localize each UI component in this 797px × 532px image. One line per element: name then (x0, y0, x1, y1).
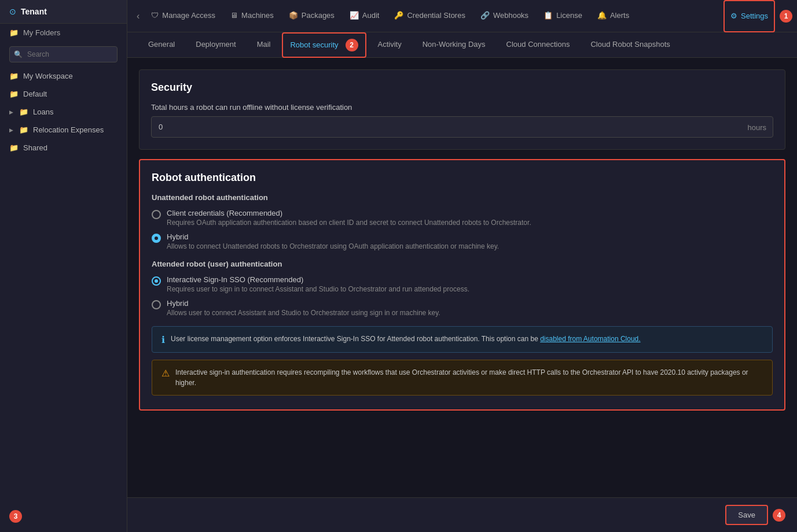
radio-desc: Allows to connect Unattended robots to O… (167, 242, 499, 250)
radio-desc: Requires user to sign in to connect Assi… (167, 285, 469, 293)
tab-label: General (148, 40, 175, 49)
search-input[interactable] (9, 46, 117, 62)
alerts-icon: 🔔 (597, 11, 607, 20)
radio-label: Hybrid (167, 299, 440, 308)
warning-icon: ⚠ (161, 368, 170, 379)
sidebar-item-label: Relocation Expenses (33, 125, 104, 134)
info-box: ℹ User license management option enforce… (152, 326, 773, 353)
sidebar-item-shared[interactable]: 📁 Shared (0, 139, 127, 157)
tab-label: Cloud Robot Snapshots (590, 40, 670, 49)
radio-content-interactive-sso: Interactive Sign-In SSO (Recommended) Re… (167, 275, 469, 293)
back-button[interactable]: ‹ (132, 6, 144, 26)
tenant-icon: ⊙ (9, 7, 16, 16)
unattended-label: Unattended robot authentication (152, 193, 773, 202)
folder-icon: 📁 (19, 125, 28, 134)
radio-hybrid-attended[interactable]: Hybrid Allows user to connect Assistant … (152, 299, 773, 317)
hours-field-label: Total hours a robot can run offline with… (151, 103, 773, 112)
radio-interactive-sso[interactable]: Interactive Sign-In SSO (Recommended) Re… (152, 275, 773, 293)
tab-label: Mail (257, 40, 271, 49)
sidebar-item-my-workspace[interactable]: 📁 My Workspace (0, 67, 127, 85)
sidebar-header: ⊙ Tenant (0, 0, 127, 24)
tab-label: Activity (378, 40, 402, 49)
radio-button-hybrid-unattended[interactable] (152, 234, 161, 243)
attended-label: Attended robot (user) authentication (152, 260, 773, 268)
sidebar-item-label: Shared (23, 143, 47, 152)
credential-stores-icon: 🔑 (394, 11, 403, 20)
tab-label: Cloud Connections (506, 40, 570, 49)
sidebar-item-relocation-expenses[interactable]: 📁 Relocation Expenses (0, 121, 127, 139)
save-label: Save (738, 511, 755, 519)
tab-label: Robot security (290, 40, 338, 49)
save-badge-wrap: Save 4 (725, 505, 785, 525)
radio-content-hybrid-attended: Hybrid Allows user to connect Assistant … (167, 299, 440, 317)
tab-label: Deployment (196, 40, 236, 49)
info-text: User license management option enforces … (171, 334, 641, 344)
radio-desc: Requires OAuth application authenticatio… (167, 219, 531, 227)
folder-icon: 📁 (9, 90, 19, 98)
tab-label: Manage Access (162, 11, 215, 20)
info-text-content: User license management option enforces … (171, 335, 540, 343)
radio-button-hybrid-attended[interactable] (152, 300, 161, 309)
radio-content-hybrid-unattended: Hybrid Allows to connect Unattended robo… (167, 232, 499, 250)
tab-label: Alerts (610, 11, 629, 20)
annotation-badge-1: 1 (780, 10, 792, 23)
radio-button-interactive-sso[interactable] (152, 276, 161, 286)
sidebar: ⊙ Tenant 📁 My Folders 🔍 📁 My Workspace 📁… (0, 0, 127, 532)
folder-icon: 📁 (9, 143, 19, 152)
radio-button-client-credentials[interactable] (152, 210, 161, 219)
tab-general[interactable]: General (139, 32, 184, 58)
manage-access-icon: 🛡 (151, 11, 159, 20)
unattended-radio-group: Client credentials (Recommended) Require… (152, 209, 773, 250)
security-section: Security Total hours a robot can run off… (139, 69, 785, 150)
info-link[interactable]: disabled from Automation Cloud. (540, 335, 640, 343)
tab-mail[interactable]: Mail (248, 32, 280, 58)
tab-alerts[interactable]: 🔔 Alerts (590, 0, 636, 32)
save-button[interactable]: Save (725, 505, 768, 525)
radio-content-client-credentials: Client credentials (Recommended) Require… (167, 209, 531, 227)
settings-icon: ⚙ (730, 12, 737, 20)
tab-cloud-robot-snapshots[interactable]: Cloud Robot Snapshots (581, 32, 679, 58)
robot-auth-card: Robot authentication Unattended robot au… (139, 159, 785, 411)
my-folders-item[interactable]: 📁 My Folders (0, 24, 127, 42)
main-area: ‹ 🛡 Manage Access 🖥 Machines 📦 Packages … (127, 0, 797, 532)
sidebar-item-loans[interactable]: 📁 Loans (0, 103, 127, 121)
warn-text: Interactive sign-in authentication requi… (175, 367, 763, 388)
radio-hybrid-unattended[interactable]: Hybrid Allows to connect Unattended robo… (152, 232, 773, 250)
tab-robot-security[interactable]: Robot security 2 (282, 32, 366, 58)
annotation-badge-4: 4 (773, 509, 785, 522)
tab-deployment[interactable]: Deployment (186, 32, 245, 58)
radio-client-credentials[interactable]: Client credentials (Recommended) Require… (152, 209, 773, 227)
tab-machines[interactable]: 🖥 Machines (223, 0, 281, 32)
tab-audit[interactable]: 📈 Audit (343, 0, 387, 32)
radio-label: Hybrid (167, 232, 499, 241)
search-icon: 🔍 (14, 50, 23, 58)
tab-manage-access[interactable]: 🛡 Manage Access (144, 0, 222, 32)
tab-non-working-days[interactable]: Non-Working Days (413, 32, 495, 58)
attended-radio-group: Interactive Sign-In SSO (Recommended) Re… (152, 275, 773, 317)
tab-license[interactable]: 📋 License (537, 0, 589, 32)
tab-label: Audit (362, 11, 380, 20)
hours-input[interactable] (151, 116, 773, 138)
license-icon: 📋 (543, 11, 553, 20)
sidebar-item-default[interactable]: 📁 Default (0, 85, 127, 103)
tab-label: Machines (241, 11, 274, 20)
folder-icon: 📁 (9, 72, 19, 80)
hours-suffix: hours (747, 123, 766, 131)
warn-box: ⚠ Interactive sign-in authentication req… (152, 360, 773, 396)
tab-label: Webhooks (493, 11, 528, 20)
robot-auth-title: Robot authentication (152, 172, 773, 184)
tab-cloud-connections[interactable]: Cloud Connections (497, 32, 579, 58)
tab-webhooks[interactable]: 🔗 Webhooks (473, 0, 535, 32)
page-content: Security Total hours a robot can run off… (127, 58, 797, 497)
tab-label: License (556, 11, 582, 20)
search-box: 🔍 (9, 46, 117, 62)
packages-icon: 📦 (289, 11, 298, 20)
info-icon: ℹ (161, 334, 165, 345)
radio-desc: Allows user to connect Assistant and Stu… (167, 309, 440, 317)
tab-activity[interactable]: Activity (369, 32, 411, 58)
tab-settings[interactable]: ⚙ Settings (723, 0, 775, 32)
tab-credential-stores[interactable]: 🔑 Credential Stores (387, 0, 472, 32)
top-nav: ‹ 🛡 Manage Access 🖥 Machines 📦 Packages … (127, 0, 797, 32)
tab-packages[interactable]: 📦 Packages (282, 0, 341, 32)
content-tabs: General Deployment Mail Robot security 2… (127, 32, 797, 58)
